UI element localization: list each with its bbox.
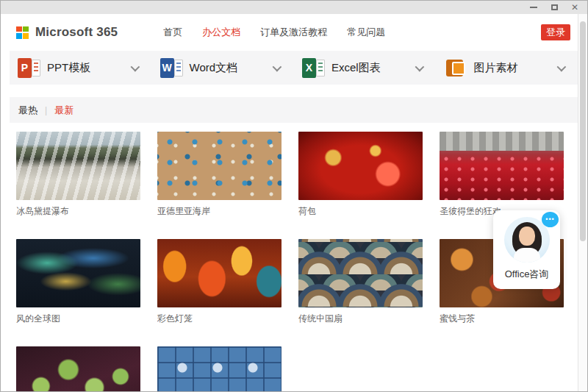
gallery-caption: 亚德里亚海岸 bbox=[157, 206, 282, 216]
filter-separator: | bbox=[45, 105, 47, 115]
images-icon bbox=[445, 58, 467, 78]
chat-bubble-icon: ••• bbox=[542, 212, 559, 227]
gallery-card[interactable]: 风的全球图 bbox=[16, 239, 140, 324]
brand-name: Microsoft 365 bbox=[35, 25, 118, 40]
maximize-button[interactable] bbox=[545, 1, 564, 14]
gallery-caption: 冰岛黛提瀑布 bbox=[16, 206, 140, 216]
title-bar[interactable]: ✕ bbox=[1, 1, 587, 14]
filter-bar: 最热 | 最新 bbox=[10, 97, 578, 123]
gallery-caption: 传统中国扇 bbox=[298, 313, 423, 324]
category-bar: P PPT模板 W Word文档 X Excel图表 bbox=[10, 51, 578, 85]
minimize-button[interactable] bbox=[524, 1, 543, 14]
gallery-caption: 风的全球图 bbox=[16, 313, 140, 324]
app-window: ✕ Microsoft 365 首页 办公文档 订单及激活教程 常见问题 登录 … bbox=[0, 0, 588, 392]
gallery-card[interactable]: 亚德里亚海岸 bbox=[157, 132, 282, 216]
chevron-down-icon bbox=[273, 62, 282, 71]
gallery-image-coast[interactable] bbox=[157, 132, 282, 200]
word-icon: W bbox=[160, 58, 183, 78]
category-label: 图片素材 bbox=[474, 61, 518, 75]
gallery-image-pouches[interactable] bbox=[298, 132, 423, 200]
gallery-image-fans[interactable] bbox=[298, 239, 423, 307]
category-excel[interactable]: X Excel图表 bbox=[294, 51, 437, 85]
gallery-image-lanterns[interactable] bbox=[157, 239, 282, 307]
gallery-card[interactable] bbox=[16, 346, 140, 392]
filter-hottest[interactable]: 最热 bbox=[18, 104, 37, 117]
scrollbar-thumb[interactable] bbox=[580, 21, 586, 241]
microsoft-logo-icon bbox=[16, 26, 29, 39]
gallery-card[interactable] bbox=[157, 346, 282, 392]
main-nav: 首页 办公文档 订单及激活教程 常见问题 bbox=[163, 26, 385, 39]
minimize-icon bbox=[530, 7, 537, 8]
chevron-down-icon bbox=[415, 62, 424, 71]
category-word[interactable]: W Word文档 bbox=[152, 51, 295, 85]
scrollbar-track[interactable] bbox=[578, 14, 587, 391]
gallery-card[interactable]: 圣彼得堡的狂欢 bbox=[440, 132, 564, 216]
header: Microsoft 365 首页 办公文档 订单及激活教程 常见问题 登录 bbox=[1, 14, 587, 51]
gallery-card[interactable]: 传统中国扇 bbox=[298, 239, 423, 324]
gallery-image-carnival[interactable] bbox=[440, 132, 564, 200]
category-ppt[interactable]: P PPT模板 bbox=[10, 51, 152, 85]
category-label: Excel图表 bbox=[331, 61, 381, 75]
category-label: Word文档 bbox=[190, 61, 238, 75]
category-label: PPT模板 bbox=[47, 61, 90, 75]
maximize-icon bbox=[551, 4, 558, 10]
category-images[interactable]: 图片素材 bbox=[437, 51, 579, 85]
nav-office-docs[interactable]: 办公文档 bbox=[202, 26, 240, 39]
chevron-down-icon bbox=[130, 62, 140, 71]
gallery-caption: 荷包 bbox=[298, 206, 423, 216]
filter-newest[interactable]: 最新 bbox=[54, 104, 74, 117]
powerpoint-icon: P bbox=[18, 58, 40, 78]
gallery-caption: 蜜饯与茶 bbox=[440, 313, 564, 324]
chat-label: Office咨询 bbox=[493, 268, 560, 281]
nav-home[interactable]: 首页 bbox=[163, 26, 182, 39]
gallery-card[interactable]: 彩色灯笼 bbox=[157, 239, 282, 324]
gallery-card[interactable]: 荷包 bbox=[298, 132, 423, 216]
chat-widget[interactable]: ••• Office咨询 bbox=[493, 210, 560, 289]
excel-icon: X bbox=[302, 58, 325, 78]
close-button[interactable]: ✕ bbox=[565, 1, 584, 14]
gallery-image-waterfall[interactable] bbox=[16, 132, 140, 200]
nav-orders-activation[interactable]: 订单及激活教程 bbox=[260, 26, 327, 39]
login-button[interactable]: 登录 bbox=[541, 24, 570, 40]
gallery-image-letterpress[interactable] bbox=[157, 346, 282, 392]
brand: Microsoft 365 bbox=[16, 25, 118, 40]
gallery-image-poppy-pods[interactable] bbox=[16, 346, 140, 392]
gallery-card[interactable]: 冰岛黛提瀑布 bbox=[16, 132, 140, 216]
gallery-caption: 彩色灯笼 bbox=[157, 313, 282, 324]
gallery-image-windmap[interactable] bbox=[16, 239, 140, 307]
chevron-down-icon bbox=[557, 62, 567, 71]
nav-faq[interactable]: 常见问题 bbox=[347, 26, 385, 39]
